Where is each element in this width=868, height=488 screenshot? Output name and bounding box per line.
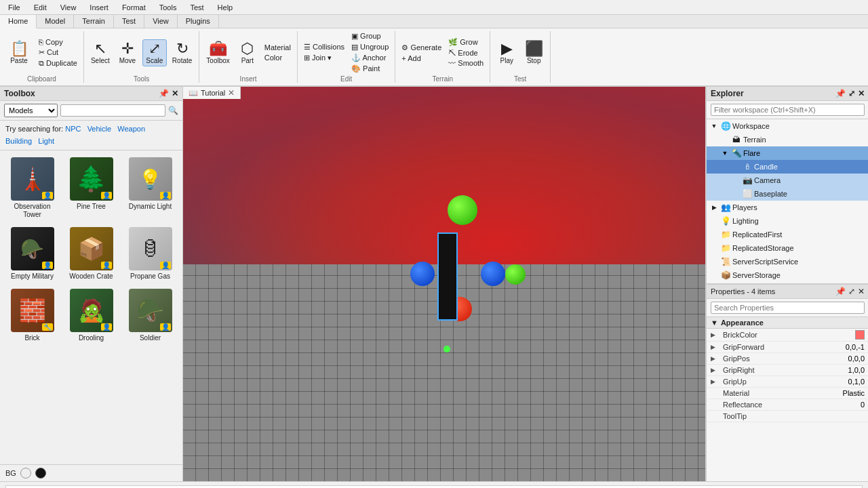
grow-button[interactable]: 🌿 Grow [446, 37, 486, 47]
menu-format[interactable]: Format [119, 2, 149, 13]
tree-item-terrain[interactable]: 🏔 Terrain [707, 133, 868, 146]
toolbox-item-propane-gas[interactable]: 🛢 👤 Propane Gas [121, 223, 180, 285]
color-button[interactable]: Color [262, 53, 293, 62]
menu-view[interactable]: View [58, 2, 79, 13]
toolbox-category-select[interactable]: Models Decals Meshes Audio [4, 104, 58, 117]
collisions-button[interactable]: ☰ Collisions [302, 42, 347, 52]
tree-item-candle[interactable]: 🕯 Candle [707, 160, 868, 174]
tab-test[interactable]: Test [114, 15, 144, 28]
explorer-expand-icon[interactable]: ⤢ [848, 89, 855, 98]
tab-home[interactable]: Home [0, 15, 37, 28]
suggestion-weapon[interactable]: Weapon [117, 125, 145, 133]
tutorial-tab[interactable]: 📖 Tutorial ✕ [183, 87, 241, 99]
workspace-expand[interactable]: ▼ [709, 123, 719, 129]
toolbox-item-dynamic-light[interactable]: 💡 👤 Dynamic Light [121, 153, 180, 223]
tab-model[interactable]: Model [37, 15, 74, 28]
tab-view[interactable]: View [144, 15, 178, 28]
ungroup-button[interactable]: ▤ Ungroup [349, 42, 391, 52]
erode-button[interactable]: ⛏ Erode [446, 48, 486, 58]
play-button[interactable]: ▶ Play [494, 40, 519, 66]
paste-button[interactable]: 📋 Paste [4, 40, 34, 66]
scale-button[interactable]: ⤢ Scale [142, 39, 167, 66]
selected-object[interactable] [437, 232, 458, 321]
anchor-button[interactable]: ⚓ Anchor [349, 53, 391, 63]
bg-color-dark[interactable] [35, 468, 46, 479]
tree-item-serverscriptservice[interactable]: 📜 ServerScriptService [707, 255, 868, 268]
gripright-expand[interactable]: ▶ [711, 367, 720, 373]
toolbox-item-brick[interactable]: 🧱 🔧 Brick [3, 285, 62, 346]
menu-edit[interactable]: Edit [31, 2, 50, 13]
toolbox-item-label-brick: Brick [24, 334, 39, 342]
paint-button[interactable]: 🎨 Paint [349, 64, 391, 74]
tree-item-workspace[interactable]: ▼ 🌐 Workspace [707, 119, 868, 133]
move-button[interactable]: ✛ Move [115, 40, 140, 66]
menu-insert[interactable]: Insert [87, 2, 111, 13]
add-button[interactable]: + Add [399, 54, 443, 63]
suggestion-light[interactable]: Light [38, 137, 54, 145]
brickcolor-expand[interactable]: ▶ [711, 331, 720, 338]
tab-plugins[interactable]: Plugins [178, 15, 219, 28]
menu-tools[interactable]: Tools [157, 2, 180, 13]
explorer-filter-input[interactable] [711, 104, 865, 116]
players-expand[interactable]: ▶ [709, 204, 719, 211]
brickcolor-swatch[interactable] [855, 330, 865, 340]
menu-file[interactable]: File [5, 2, 23, 13]
toolbox-item-observation-tower[interactable]: 🗼 👤 Observation Tower [3, 153, 62, 223]
suggestion-npc[interactable]: NPC [65, 125, 81, 133]
tree-item-players[interactable]: ▶ 👥 Players [707, 201, 868, 214]
smooth-button[interactable]: 〰 Smooth [446, 58, 486, 68]
tree-item-baseplate[interactable]: ⬜ Baseplate [707, 187, 868, 201]
toolbox-search-icon[interactable]: 🔍 [168, 106, 178, 115]
toolbox-item-pine-tree[interactable]: 🌲 👤 Pine Tree [62, 153, 121, 223]
part-button[interactable]: ⬡ Part [235, 40, 260, 66]
properties-pin-icon[interactable]: 📌 [835, 287, 846, 296]
rotate-button[interactable]: ↻ Rotate [170, 40, 195, 66]
command-input[interactable] [5, 485, 863, 489]
brickcolor-value[interactable] [795, 330, 865, 340]
gripup-expand[interactable]: ▶ [711, 378, 720, 385]
join-button[interactable]: ⊞ Join ▾ [302, 53, 347, 63]
toolbox-pin-icon[interactable]: 📌 [159, 89, 169, 98]
tree-item-serverstorage[interactable]: 📦 ServerStorage [707, 268, 868, 282]
material-value[interactable]: Plastic [795, 389, 865, 397]
copy-button[interactable]: ⎘ Copy [37, 37, 79, 47]
toolbox-search-input[interactable] [60, 104, 165, 117]
properties-section-appearance[interactable]: ▼ Appearance [707, 317, 868, 329]
tree-item-startergui[interactable]: 🖥 StarterGui [707, 282, 868, 283]
menu-test[interactable]: Test [187, 2, 206, 13]
generate-button[interactable]: ⚙ Generate [399, 43, 443, 53]
viewport[interactable]: 📖 Tutorial ✕ [183, 87, 705, 481]
tab-terrain[interactable]: Terrain [74, 15, 114, 28]
suggestion-vehicle[interactable]: Vehicle [87, 125, 111, 133]
properties-close-icon[interactable]: ✕ [858, 287, 865, 296]
tree-item-replicatedfirst[interactable]: 📁 ReplicatedFirst [707, 228, 868, 241]
material-button[interactable]: Material [262, 43, 293, 52]
toolbox-button[interactable]: 🧰 Toolbox [203, 40, 232, 66]
bg-color-light[interactable] [20, 468, 31, 479]
tree-item-replicatedstorage[interactable]: 📁 ReplicatedStorage [707, 241, 868, 255]
tutorial-close-button[interactable]: ✕ [228, 88, 235, 98]
tree-item-flare[interactable]: ▼ 🔦 Flare [707, 146, 868, 160]
toolbox-item-soldier[interactable]: 🪖 👤 Soldier [121, 285, 180, 346]
duplicate-button[interactable]: ⧉ Duplicate [37, 58, 79, 68]
menu-help[interactable]: Help [215, 2, 236, 13]
properties-search-input[interactable] [711, 302, 865, 314]
cut-button[interactable]: ✂ Cut [37, 47, 79, 58]
toolbox-item-empty-military[interactable]: 🪖 👤 Empty Military [3, 223, 62, 285]
reflectance-value[interactable]: 0 [795, 401, 865, 409]
explorer-close-icon[interactable]: ✕ [858, 89, 865, 98]
group-button[interactable]: ▣ Group [349, 31, 391, 41]
grippos-expand[interactable]: ▶ [711, 355, 720, 362]
toolbox-close-icon[interactable]: ✕ [172, 89, 178, 98]
select-button[interactable]: ↖ Select [88, 40, 113, 66]
tree-item-camera[interactable]: 📷 Camera [707, 174, 868, 187]
toolbox-item-wooden-crate[interactable]: 📦 👤 Wooden Crate [62, 223, 121, 285]
properties-expand-icon[interactable]: ⤢ [848, 287, 855, 296]
stop-button[interactable]: ⬛ Stop [521, 40, 546, 66]
toolbox-item-drooling[interactable]: 🧟 👤 Drooling [62, 285, 121, 346]
suggestion-building[interactable]: Building [5, 137, 32, 145]
tree-item-lighting[interactable]: 💡 Lighting [707, 214, 868, 228]
explorer-pin-icon[interactable]: 📌 [835, 89, 846, 98]
flare-expand[interactable]: ▼ [720, 150, 730, 157]
gripforward-expand[interactable]: ▶ [711, 344, 720, 350]
